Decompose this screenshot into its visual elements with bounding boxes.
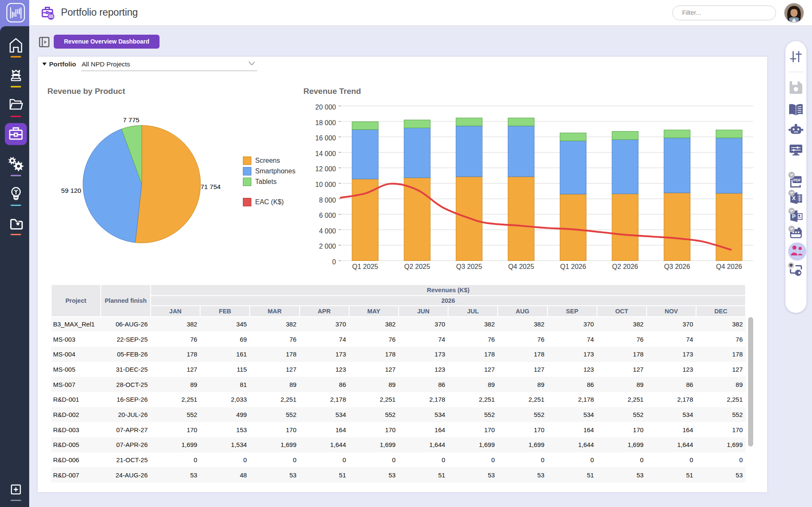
svg-text:Q2 2025: Q2 2025 [404,263,430,270]
svg-text:18 000: 18 000 [315,119,336,126]
svg-text:Q1 2025: Q1 2025 [352,263,378,270]
svg-text:7 775: 7 775 [123,116,140,123]
svg-text:PDF: PDF [793,178,801,182]
svg-text:0: 0 [332,258,336,266]
svg-text:4 000: 4 000 [319,227,336,235]
svg-text:6 000: 6 000 [319,212,336,219]
svg-text:Q4 2025: Q4 2025 [508,263,534,270]
svg-text:Q3 2025: Q3 2025 [456,263,482,270]
svg-text:Q1 2026: Q1 2026 [560,263,586,270]
svg-text:12 000: 12 000 [315,165,336,173]
svg-text:Q2 2026: Q2 2026 [612,263,638,270]
svg-text:71 754: 71 754 [201,183,221,190]
svg-text:2 000: 2 000 [319,243,336,250]
svg-text:8 000: 8 000 [319,197,336,204]
svg-text:10 000: 10 000 [315,181,336,188]
svg-text:X: X [792,195,796,201]
svg-text:16 000: 16 000 [315,134,336,142]
svg-text:20 000: 20 000 [315,104,336,111]
svg-text:Q3 2026: Q3 2026 [664,263,690,270]
svg-text:Q4 2026: Q4 2026 [716,263,742,270]
svg-text:P: P [792,214,795,219]
svg-text:59 120: 59 120 [61,187,82,194]
svg-text:14 000: 14 000 [315,150,336,157]
